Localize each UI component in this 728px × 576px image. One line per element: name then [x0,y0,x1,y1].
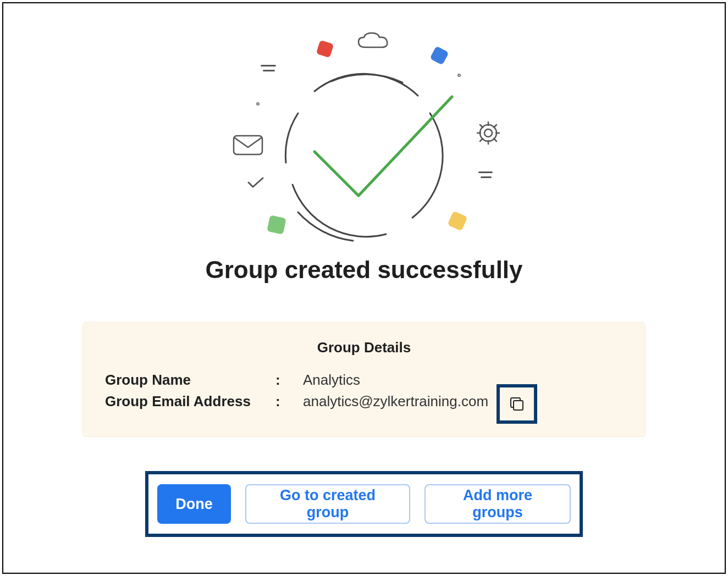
group-details-title: Group Details [105,339,623,356]
decorative-lines [478,171,493,178]
small-check-icon [246,176,265,190]
group-email-value: analytics@zylkertraining.com [303,393,488,410]
group-name-row: Group Name : Analytics [105,372,623,389]
group-name-value: Analytics [303,372,360,389]
svg-point-1 [484,129,492,137]
separator: : [275,372,303,389]
decorative-square-green [267,215,286,235]
decorative-dot [457,74,461,77]
copy-highlight-box [497,384,537,424]
svg-rect-0 [234,136,262,154]
gear-icon [475,120,501,146]
success-illustration [216,25,512,245]
add-more-groups-button[interactable]: Add more groups [424,484,571,524]
svg-point-2 [480,125,497,141]
actions-highlight-box: Done Go to created group Add more groups [145,471,583,537]
decorative-lines [261,65,276,71]
go-to-group-button[interactable]: Go to created group [245,484,410,524]
decorative-dot [256,102,260,106]
group-email-label: Group Email Address [105,393,275,410]
separator: : [275,393,303,410]
group-details-card: Group Details Group Name : Analytics Gro… [82,322,646,437]
cloud-icon [355,31,394,53]
group-name-label: Group Name [105,372,275,389]
svg-rect-4 [514,401,523,410]
copy-email-button[interactable] [506,393,528,415]
envelope-icon [232,133,264,156]
group-email-row: Group Email Address : analytics@zylkertr… [105,393,623,410]
copy-icon [509,396,525,412]
done-button[interactable]: Done [157,484,231,524]
confirmation-dialog: Group created successfully Group Details… [2,2,726,574]
success-heading: Group created successfully [3,256,725,284]
